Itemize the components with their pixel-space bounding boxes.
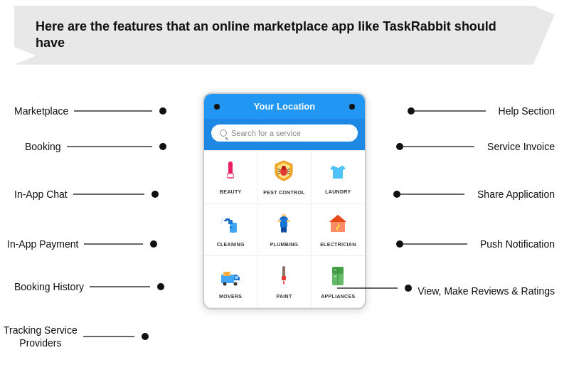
phone-dot-left bbox=[214, 104, 220, 110]
phone-location: Your Location bbox=[254, 101, 315, 112]
paint-icon bbox=[273, 265, 294, 291]
grid-cell-plumbing[interactable]: PLUMBING bbox=[257, 204, 311, 256]
dot-marketplace bbox=[159, 107, 166, 115]
label-in-app-chat: In-App Chat bbox=[14, 189, 159, 200]
svg-rect-0 bbox=[228, 161, 233, 174]
svg-rect-42 bbox=[334, 276, 336, 277]
dot-in-app-chat bbox=[151, 191, 159, 198]
svg-rect-18 bbox=[230, 227, 233, 228]
svg-rect-22 bbox=[277, 220, 281, 222]
grid-cell-appliances[interactable]: APPLIANCES bbox=[312, 256, 365, 308]
svg-marker-27 bbox=[329, 215, 346, 222]
phone-mockup: Your Location Search for a service BEAUT… bbox=[203, 92, 366, 309]
movers-icon bbox=[220, 265, 241, 291]
label-in-app-payment: In-App Payment bbox=[7, 238, 157, 250]
dot-tracking bbox=[142, 333, 149, 340]
svg-point-33 bbox=[234, 282, 238, 286]
label-push-notification: Push Notification bbox=[396, 238, 555, 250]
beauty-label: BEAUTY bbox=[220, 189, 242, 194]
svg-rect-36 bbox=[282, 266, 285, 277]
svg-point-15 bbox=[222, 218, 223, 219]
dot-share-app bbox=[393, 191, 400, 198]
banner: Here are the features that an online mar… bbox=[14, 6, 555, 65]
svg-point-32 bbox=[223, 282, 227, 286]
dot-in-app-payment bbox=[150, 240, 157, 248]
svg-rect-2 bbox=[228, 174, 233, 177]
grid-cell-beauty[interactable]: BEAUTY bbox=[204, 151, 257, 204]
svg-point-4 bbox=[282, 166, 286, 170]
dot-reviews bbox=[405, 285, 412, 292]
dot-push-notification bbox=[396, 240, 403, 248]
dot-booking bbox=[159, 143, 166, 150]
paint-label: PAINT bbox=[277, 294, 292, 299]
svg-rect-14 bbox=[224, 220, 227, 221]
electrician-icon bbox=[327, 213, 349, 239]
label-tracking: Tracking ServiceProviders bbox=[4, 324, 149, 349]
search-placeholder: Search for a service bbox=[231, 129, 301, 137]
label-booking: Booking bbox=[25, 141, 166, 152]
grid-cell-electrician[interactable]: ELECTRICIAN bbox=[312, 204, 365, 256]
cleaning-label: CLEANING bbox=[217, 242, 245, 247]
grid-cell-paint[interactable]: PAINT bbox=[257, 256, 311, 308]
phone-dot-right bbox=[349, 104, 355, 110]
plumbing-icon bbox=[273, 213, 294, 239]
svg-point-16 bbox=[221, 220, 223, 221]
label-reviews: View, Make Reviews & Ratings bbox=[337, 285, 555, 297]
svg-rect-41 bbox=[334, 270, 336, 270]
svg-rect-37 bbox=[282, 276, 286, 280]
label-marketplace: Marketplace bbox=[14, 105, 166, 117]
svg-rect-21 bbox=[280, 219, 287, 228]
banner-text: Here are the features that an online mar… bbox=[36, 18, 526, 52]
phone-search-area: Search for a service bbox=[204, 119, 365, 150]
electrician-label: ELECTRICIAN bbox=[320, 242, 356, 247]
dot-help bbox=[408, 107, 415, 115]
svg-rect-24 bbox=[281, 227, 284, 233]
label-help-section: Help Section bbox=[408, 105, 555, 117]
beauty-icon bbox=[220, 160, 241, 186]
dot-booking-history bbox=[157, 283, 164, 290]
svg-rect-31 bbox=[235, 276, 238, 279]
laundry-label: LAUNDRY bbox=[325, 189, 351, 194]
svg-rect-25 bbox=[284, 227, 287, 233]
phone-header: Your Location bbox=[204, 94, 365, 119]
pest-label: PEST CONTROL bbox=[263, 190, 304, 195]
dot-service-invoice bbox=[396, 143, 403, 150]
label-booking-history: Booking History bbox=[14, 281, 164, 292]
laundry-icon bbox=[327, 160, 349, 186]
plumbing-label: PLUMBING bbox=[270, 242, 299, 247]
grid-cell-laundry[interactable]: LAUNDRY bbox=[312, 151, 365, 204]
pest-icon bbox=[272, 159, 295, 187]
svg-point-17 bbox=[220, 222, 222, 223]
search-bar[interactable]: Search for a service bbox=[211, 125, 358, 142]
label-share-app: Share Application bbox=[393, 189, 555, 200]
movers-label: MOVERS bbox=[219, 294, 242, 299]
grid-cell-movers[interactable]: MOVERS bbox=[204, 256, 257, 308]
grid-cell-cleaning[interactable]: CLEANING bbox=[204, 204, 257, 256]
search-icon bbox=[220, 129, 227, 137]
cleaning-icon bbox=[220, 213, 241, 239]
grid-cell-pest[interactable]: PEST CONTROL bbox=[257, 151, 311, 204]
svg-rect-23 bbox=[287, 220, 290, 222]
label-service-invoice: Service Invoice bbox=[396, 141, 555, 152]
